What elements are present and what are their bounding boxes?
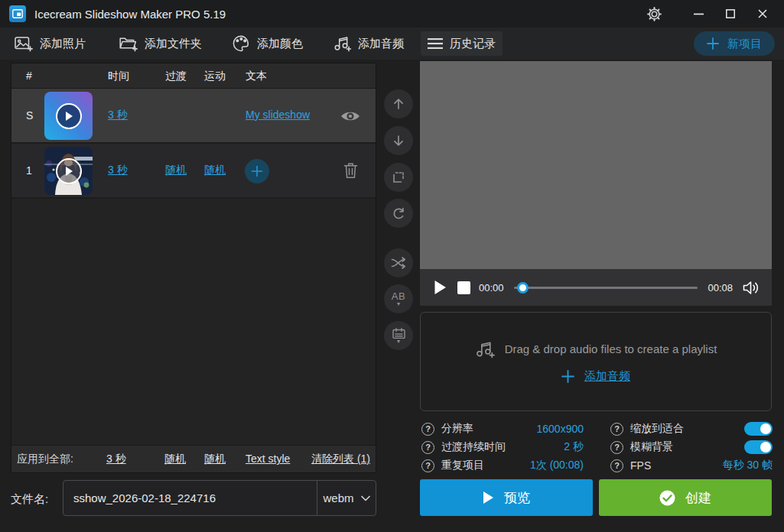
titlebar: Icecream Slideshow Maker PRO 5.19 <box>0 0 784 28</box>
clear-list-link[interactable]: 清除列表 (1) <box>311 453 370 466</box>
seek-slider[interactable] <box>514 281 698 294</box>
setting-blur-background[interactable]: ? 模糊背景 <box>610 440 773 455</box>
add-color-button[interactable]: 添加颜色 <box>226 31 310 56</box>
add-audio-button[interactable]: 添加音频 <box>327 31 411 56</box>
help-icon[interactable]: ? <box>421 423 434 436</box>
text-style-link[interactable]: Text style <box>246 453 290 465</box>
preview-button[interactable]: 预览 <box>420 479 593 516</box>
caret-down-icon: ▾ <box>397 339 400 344</box>
add-photos-button[interactable]: 添加照片 <box>8 31 93 56</box>
new-project-button[interactable]: 新项目 <box>694 31 775 56</box>
blur-background-label: 模糊背景 <box>630 440 673 454</box>
thumbnail-play-overlay[interactable] <box>44 92 93 140</box>
palette-icon <box>233 35 250 52</box>
add-folder-button[interactable]: 添加文件夹 <box>112 31 209 56</box>
main-toolbar: 添加照片 添加文件夹 添加颜色 <box>0 28 784 60</box>
row-s-time-link[interactable]: 3 秒 <box>108 109 128 122</box>
thumbnail-play-overlay[interactable] <box>44 147 93 195</box>
slideshow-thumbnail[interactable] <box>44 92 93 140</box>
blur-background-toggle[interactable] <box>744 440 773 454</box>
add-folder-icon <box>119 36 138 52</box>
row-1-transition-link[interactable]: 随机 <box>165 164 187 177</box>
slide-table-header: # 时间 过渡 运动 文本 <box>11 63 376 89</box>
add-audio-label: 添加音频 <box>358 37 404 51</box>
scale-to-fit-label: 缩放到适合 <box>630 422 684 436</box>
setting-scale-to-fit[interactable]: ? 缩放到适合 <box>610 421 773 436</box>
row-1-time-link[interactable]: 3 秒 <box>108 164 128 177</box>
caret-down-icon: ▾ <box>397 301 400 307</box>
filename-input[interactable] <box>63 491 317 504</box>
apply-to-all-bar: 应用到全部: 3 秒 随机 随机 Text style 清除列表 (1) <box>11 445 376 472</box>
apply-transition-link[interactable]: 随机 <box>164 453 186 466</box>
audio-dropzone[interactable]: Drag & drop audio files to create a play… <box>420 312 772 411</box>
filename-label: 文件名: <box>11 492 48 507</box>
preview-button-label: 预览 <box>504 489 530 507</box>
help-icon[interactable]: ? <box>610 441 623 454</box>
row-s-title-link[interactable]: My slideshow <box>246 109 310 121</box>
volume-icon[interactable] <box>743 281 760 295</box>
help-icon[interactable]: ? <box>610 459 623 472</box>
sort-ab-label: AB <box>392 292 405 301</box>
create-button[interactable]: 创建 <box>599 479 772 516</box>
row-s-number: S <box>26 109 33 122</box>
help-icon[interactable]: ? <box>421 441 434 454</box>
apply-to-all-label: 应用到全部: <box>17 453 73 466</box>
play-button[interactable] <box>434 280 447 295</box>
add-audio-action[interactable]: 添加音频 <box>561 369 630 384</box>
dropzone-hint-text: Drag & drop audio files to create a play… <box>505 342 717 355</box>
add-audio-link[interactable]: 添加音频 <box>584 369 630 384</box>
row-1-motion-link[interactable]: 随机 <box>204 164 226 177</box>
rotate-button[interactable] <box>384 199 413 228</box>
table-row-photo-1[interactable]: 1 <box>11 144 376 199</box>
maximize-button[interactable] <box>719 4 742 24</box>
app-window: Icecream Slideshow Maker PRO 5.19 <box>0 0 784 532</box>
add-text-button[interactable] <box>245 159 269 183</box>
col-transition: 过渡 <box>165 70 187 83</box>
repeat-project-label: 重复项目 <box>441 459 484 472</box>
scale-to-fit-toggle[interactable] <box>744 422 773 436</box>
minimize-button[interactable] <box>687 4 710 24</box>
format-select[interactable]: webm <box>317 481 376 515</box>
setting-repeat-project[interactable]: ? 重复项目 1次 (00:08) <box>421 458 584 473</box>
apply-motion-link[interactable]: 随机 <box>204 453 226 466</box>
history-button[interactable]: 历史记录 <box>421 31 503 56</box>
shuffle-button[interactable] <box>384 248 413 277</box>
photo-thumbnail[interactable] <box>44 147 93 195</box>
video-preview-area[interactable] <box>420 61 772 269</box>
play-circle-icon <box>56 158 82 184</box>
add-photos-label: 添加照片 <box>40 37 86 51</box>
chevron-down-icon <box>361 495 370 501</box>
slider-track[interactable] <box>514 287 698 289</box>
stop-button[interactable] <box>457 281 470 294</box>
sort-by-date-button[interactable]: ▾ <box>384 321 413 350</box>
close-button[interactable] <box>751 4 774 24</box>
sort-alphabetical-button[interactable]: AB ▾ <box>384 284 413 313</box>
resolution-value[interactable]: 1600x900 <box>536 423 584 435</box>
slider-thumb[interactable] <box>517 282 529 294</box>
settings-gear-icon[interactable] <box>642 4 665 24</box>
setting-transition-duration[interactable]: ? 过渡持续时间 2 秒 <box>421 440 584 455</box>
fps-value[interactable]: 每秒 30 帧 <box>723 459 773 472</box>
play-circle-icon <box>56 103 82 129</box>
filename-box: webm <box>63 480 376 516</box>
eye-visibility-icon[interactable] <box>340 109 360 123</box>
transition-duration-value[interactable]: 2 秒 <box>564 440 584 454</box>
delete-slide-icon[interactable] <box>343 162 358 179</box>
help-icon[interactable]: ? <box>610 423 623 436</box>
col-time: 时间 <box>108 70 129 83</box>
toggle-knob <box>760 423 771 434</box>
setting-fps[interactable]: ? FPS 每秒 30 帧 <box>610 458 773 473</box>
playback-bar: 00:00 00:08 <box>420 269 772 306</box>
add-photos-icon <box>15 36 33 52</box>
repeat-project-value[interactable]: 1次 (00:08) <box>530 459 584 472</box>
toggle-knob <box>760 442 771 453</box>
help-icon[interactable]: ? <box>421 459 434 472</box>
new-project-label: 新项目 <box>727 37 762 51</box>
table-row-slideshow[interactable]: S 3 秒 My slideshow <box>11 89 376 144</box>
crop-frame-button[interactable] <box>384 163 413 192</box>
move-up-button[interactable] <box>384 89 413 118</box>
col-text: 文本 <box>246 70 267 83</box>
apply-time-link[interactable]: 3 秒 <box>106 453 126 466</box>
move-down-button[interactable] <box>384 126 413 155</box>
setting-resolution[interactable]: ? 分辨率 1600x900 <box>421 421 584 436</box>
